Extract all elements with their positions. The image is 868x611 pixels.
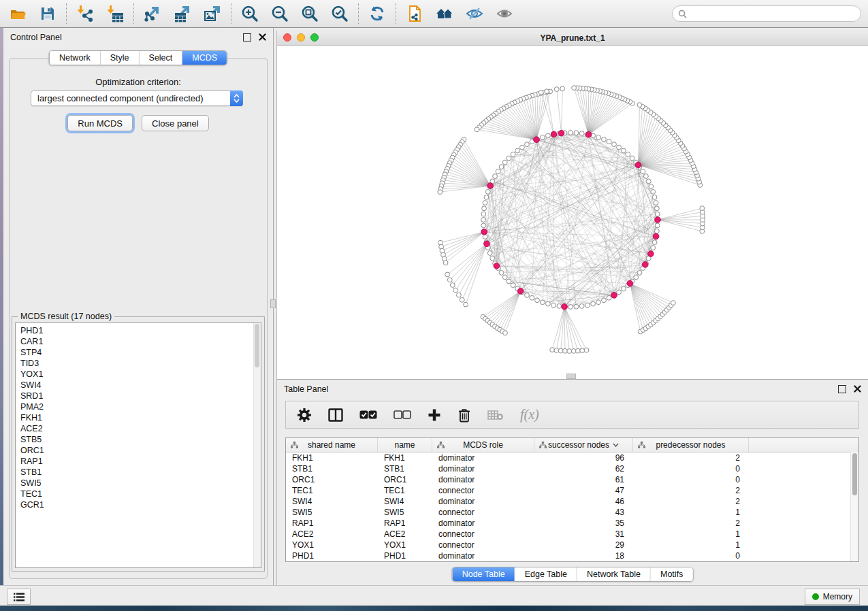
mcds-list-item[interactable]: PMA2	[20, 401, 261, 412]
tab-motifs[interactable]: Motifs	[651, 567, 692, 581]
column-header-successor-nodes[interactable]: successor nodes	[534, 438, 633, 452]
horizontal-splitter-handle[interactable]	[566, 374, 576, 379]
network-canvas[interactable]	[277, 46, 868, 379]
select-all-icon	[359, 410, 377, 419]
tab-select[interactable]: Select	[140, 51, 183, 65]
mcds-list-item[interactable]: SWI5	[20, 478, 261, 489]
table-row[interactable]: SWI5SWI5connector431	[286, 507, 858, 518]
mcds-list-item[interactable]: RAP1	[20, 456, 261, 467]
tab-node-table[interactable]: Node Table	[453, 567, 515, 581]
delete-column-button[interactable]	[457, 406, 471, 424]
table-row[interactable]: PHD1PHD1dominator180	[286, 550, 858, 561]
close-panel-button[interactable]: Close panel	[142, 115, 209, 131]
memory-button[interactable]: Memory	[805, 589, 860, 605]
table-row[interactable]: RAP1RAP1dominator352	[286, 518, 858, 529]
add-column-button[interactable]	[428, 406, 441, 424]
column-tree-icon	[638, 442, 645, 448]
table-row[interactable]: STB1STB1dominator620	[286, 463, 858, 474]
save-button[interactable]	[38, 4, 57, 23]
export-image-button[interactable]	[203, 4, 222, 23]
tab-mcds[interactable]: MCDS	[182, 51, 227, 65]
zoom-selected-button[interactable]	[330, 4, 349, 23]
tab-network-table[interactable]: Network Table	[577, 567, 651, 581]
cell-shared-name: SWI4	[286, 496, 378, 507]
mcds-list-item[interactable]: CAR1	[20, 336, 261, 347]
close-panel-icon[interactable]	[854, 385, 861, 393]
export-network-button[interactable]	[143, 4, 162, 23]
table-row[interactable]: YOX1YOX1connector291	[286, 540, 858, 550]
mcds-list-item[interactable]: FKH1	[20, 412, 261, 423]
import-table-button[interactable]	[106, 4, 125, 23]
float-panel-icon[interactable]	[838, 385, 846, 393]
network-window-titlebar[interactable]: YPA_prune.txt_1	[277, 31, 868, 46]
column-tree-icon	[437, 442, 445, 448]
table-scrollbar-thumb[interactable]	[852, 453, 857, 495]
export-table-icon	[174, 5, 191, 22]
column-header-MCDS-role[interactable]: MCDS role	[432, 438, 534, 452]
table-row[interactable]: ORC1ORC1dominator610	[286, 474, 858, 485]
zoom-out-button[interactable]	[270, 4, 289, 23]
column-header-shared-name[interactable]: shared name	[286, 438, 378, 452]
export-image-icon	[204, 5, 221, 22]
run-mcds-button[interactable]: Run MCDS	[67, 115, 133, 131]
open-button[interactable]	[8, 4, 27, 23]
cell-shared-name: STB1	[286, 463, 378, 474]
mcds-list-item[interactable]: SRD1	[20, 391, 261, 401]
tab-style[interactable]: Style	[101, 51, 140, 65]
share-document-button[interactable]	[405, 4, 424, 23]
float-panel-icon[interactable]	[243, 33, 251, 42]
import-table-icon	[106, 5, 124, 22]
task-history-button[interactable]	[7, 589, 31, 605]
open-icon	[9, 5, 27, 22]
import-network-button[interactable]	[76, 4, 95, 23]
delete-table-button[interactable]	[487, 406, 504, 424]
network-search-button[interactable]	[435, 4, 454, 23]
mcds-list-scrollbar[interactable]	[253, 323, 261, 567]
table-tabs: Node TableEdge TableNetwork TableMotifs	[452, 567, 694, 582]
close-panel-icon[interactable]	[259, 33, 266, 41]
cell-name: SWI5	[378, 507, 432, 518]
column-header-name[interactable]: name	[378, 438, 432, 452]
function-builder-button[interactable]: f(x)	[520, 406, 539, 424]
deselect-all-button[interactable]	[393, 406, 411, 424]
table-row[interactable]: FKH1FKH1dominator962	[286, 452, 858, 463]
cell-shared-name: YOX1	[286, 540, 378, 550]
mcds-result-list[interactable]: PHD1CAR1STP4TID3YOX1SWI4SRD1PMA2FKH1ACE2…	[15, 323, 261, 568]
mcds-list-item[interactable]: ACE2	[20, 423, 261, 434]
columns-button[interactable]	[328, 406, 343, 424]
mcds-list-item[interactable]: PHD1	[20, 325, 261, 336]
column-header-predecessor-nodes[interactable]: predecessor nodes	[633, 438, 749, 452]
mcds-list-item[interactable]: STB1	[20, 467, 261, 478]
zoom-fit-button[interactable]	[300, 4, 319, 23]
mcds-list-item[interactable]: TID3	[20, 358, 261, 369]
mcds-list-item[interactable]: STP4	[20, 347, 261, 358]
mcds-list-item[interactable]: YOX1	[20, 369, 261, 380]
export-table-button[interactable]	[173, 4, 192, 23]
mcds-list-item[interactable]: ORC1	[20, 445, 261, 456]
search-input[interactable]	[690, 8, 855, 19]
desktop-wallpaper-strip	[0, 606, 868, 611]
tab-edge-table[interactable]: Edge Table	[515, 567, 577, 581]
cell-successor-nodes: 61	[534, 474, 633, 485]
mcds-list-item[interactable]: GCR1	[20, 499, 261, 510]
gear-button[interactable]	[297, 406, 312, 424]
refresh-button[interactable]	[368, 4, 387, 23]
optimization-criterion-select[interactable]: largest connected component (undirected)	[31, 90, 243, 106]
show-details-button[interactable]	[495, 4, 514, 23]
tab-network[interactable]: Network	[50, 51, 101, 65]
trash-icon	[457, 408, 471, 423]
table-panel: Table Panel	[276, 379, 868, 585]
cell-successor-nodes: 35	[534, 518, 633, 529]
table-scrollbar[interactable]	[850, 452, 858, 561]
search-icon	[678, 10, 687, 18]
table-row[interactable]: TEC1TEC1connector472	[286, 485, 858, 496]
select-all-button[interactable]	[359, 406, 377, 424]
vertical-splitter-handle[interactable]	[270, 299, 276, 308]
table-row[interactable]: SWI4SWI4dominator462	[286, 496, 858, 507]
mcds-list-item[interactable]: SWI4	[20, 380, 261, 391]
mcds-list-item[interactable]: TEC1	[20, 489, 261, 499]
hide-details-button[interactable]	[465, 4, 484, 23]
mcds-list-item[interactable]: STB5	[20, 434, 261, 445]
table-row[interactable]: ACE2ACE2connector311	[286, 529, 858, 540]
zoom-in-button[interactable]	[240, 4, 259, 23]
